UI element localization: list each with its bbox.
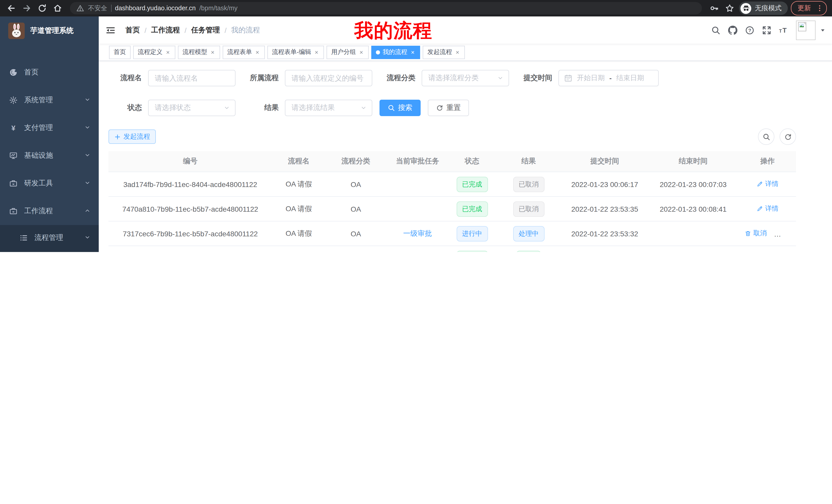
result-tag-cell: 已取消 [495,197,562,221]
close-tab-icon[interactable]: × [410,49,415,56]
sidebar-item-label: 支付管理 [24,123,53,133]
navbar-actions: ? TT [711,20,826,40]
detail-link[interactable]: 详情 [756,179,779,189]
sidebar-menu: 首页系统管理¥支付管理基础设施研发工具工作流程流程管理任务管理我的流程待办任务已… [0,59,99,252]
submit-time-label: 提交时间 [516,74,552,83]
status-placeholder: 请选择状态 [155,103,191,113]
bookmark-star-button[interactable] [724,2,736,15]
filter-row-2: 状态 请选择状态 结果 请选择流结果 [108,100,796,116]
breadcrumb-separator: / [145,26,147,34]
sidebar-item-payment[interactable]: ¥支付管理 [0,114,99,142]
result-tag: 已取消 [513,176,544,192]
date-separator: - [609,74,612,82]
result-tag: 处理中 [513,226,544,241]
fullscreen-icon [762,25,771,35]
submit-time-range-picker[interactable]: 开始日期 - 结束日期 [558,70,659,86]
process-def-input[interactable] [285,70,372,86]
gear-icon [9,96,18,104]
breadcrumb: 首页/工作流程/任务管理/我的流程 [126,25,260,35]
sidebar-item-label: 首页 [24,68,38,77]
sidebar-item-home[interactable]: 首页 [0,59,99,86]
edit-icon [756,205,763,212]
cancel-link[interactable]: 取消 [745,229,767,238]
sidebar-item-infra[interactable]: 基础设施 [0,142,99,170]
status-select[interactable]: 请选择状态 [148,100,235,116]
process-category: OA [326,221,386,246]
start-process-button[interactable]: 发起流程 [108,130,156,144]
process-name-input[interactable] [148,70,235,86]
browser-reload-button[interactable] [36,2,48,15]
header-search-button[interactable] [711,25,721,35]
github-icon [728,25,737,35]
tab-start-process[interactable]: 发起流程× [423,46,465,59]
breadcrumb-item[interactable]: 任务管理 [191,25,220,35]
process-name: OA 请假 [272,172,326,197]
help-button[interactable]: ? [745,25,754,35]
browser-menu-icon[interactable] [815,4,824,12]
table-header-row: 编号流程名流程分类当前审批任务状态结果提交时间结束时间操作 [108,151,796,172]
close-tab-icon[interactable]: × [165,49,171,56]
start-process-label: 发起流程 [123,132,150,141]
end-time: 2022-01-23 00:08:41 [647,197,739,221]
password-key-button[interactable] [708,2,721,15]
tab-user-group[interactable]: 用户分组× [327,46,369,59]
tab-my-process[interactable]: 我的流程× [371,46,420,59]
end-date-placeholder: 结束日期 [616,74,644,83]
category-select[interactable]: 请选择流程分类 [422,70,509,86]
current-task-link[interactable]: 一级审批 [403,229,432,238]
svg-text:T: T [779,28,782,33]
sidebar-item-task-management[interactable]: 任务管理 [0,251,99,252]
process-name: OA 请假 [272,246,326,252]
tab-process-definition[interactable]: 流程定义× [133,46,175,59]
refresh-table-button[interactable] [780,129,796,145]
close-tab-icon[interactable]: × [255,49,260,56]
edit-icon [756,181,763,188]
breadcrumb-item[interactable]: 首页 [126,25,140,35]
tab-process-form[interactable]: 流程表单× [223,46,265,59]
category-placeholder: 请选择流程分类 [428,74,479,83]
filter-category: 流程分类 请选择流程分类 [380,70,509,86]
chevron-down-wrap [84,179,90,188]
address-bar[interactable]: 不安全 dashboard.yudao.iocoder.cn/bpm/task/… [70,2,702,15]
browser-back-button[interactable] [5,2,18,15]
tab-process-model[interactable]: 流程模型× [178,46,220,59]
sidebar-item-process-management[interactable]: 流程管理 [0,225,99,251]
sidebar-collapse-button[interactable] [106,24,117,36]
trash-icon [745,230,751,237]
detail-link[interactable]: 详情 [756,204,779,214]
user-menu[interactable] [796,20,826,40]
column-header: 操作 [739,151,796,172]
chevron-down-wrap [84,234,90,242]
breadcrumb-item[interactable]: 工作流程 [151,25,180,35]
browser-home-button[interactable] [51,2,64,15]
close-tab-icon[interactable]: × [358,49,364,56]
font-size-button[interactable]: TT [779,25,788,35]
search-button[interactable]: 搜索 [380,100,421,116]
browser-update-button[interactable]: 更新 [791,1,827,16]
github-button[interactable] [728,25,737,35]
process-name: OA 请假 [272,221,326,246]
column-header: 编号 [108,151,272,172]
forward-icon [22,4,31,13]
sidebar-item-workflow[interactable]: 工作流程 [0,197,99,225]
main-area: 我的流程 首页/工作流程/任务管理/我的流程 ? TT 首页流程定义×流程模型×… [99,17,832,252]
close-tab-icon[interactable]: × [210,49,215,56]
sidebar-item-dev-tools[interactable]: 研发工具 [0,170,99,197]
result-select[interactable]: 请选择流结果 [285,100,372,116]
close-tab-icon[interactable]: × [454,49,460,56]
hide-search-button[interactable] [758,129,774,145]
tab-home[interactable]: 首页 [109,46,131,59]
reset-button[interactable]: 重置 [428,100,469,116]
chevron-up-wrap [84,207,90,215]
close-tab-icon[interactable]: × [314,49,319,56]
browser-forward-button[interactable] [21,2,33,15]
url-separator [111,5,111,12]
app-logo-row[interactable]: 芋道管理系统 [0,17,99,45]
sidebar-item-system[interactable]: 系统管理 [0,86,99,114]
app-title: 芋道管理系统 [30,26,74,35]
caret-down-icon [820,27,826,33]
fullscreen-button[interactable] [762,25,771,35]
tab-process-form-edit[interactable]: 流程表单-编辑× [267,46,324,59]
chevron-down-icon [84,124,90,131]
avatar[interactable] [796,20,815,40]
